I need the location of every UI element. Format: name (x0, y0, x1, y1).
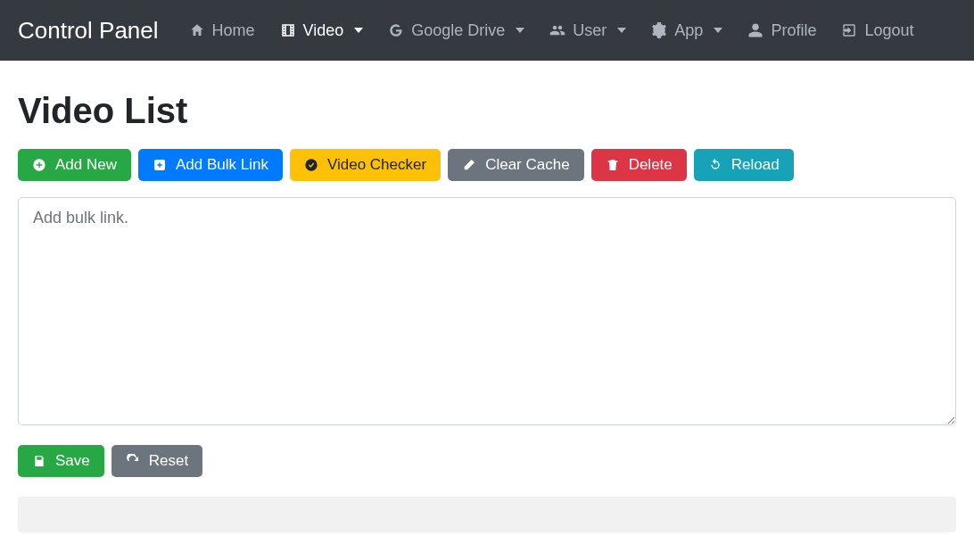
caret-down-icon (617, 28, 626, 33)
reset-button[interactable]: Reset (111, 445, 202, 477)
eraser-icon (462, 158, 476, 172)
nav-user[interactable]: User (539, 14, 637, 47)
brand[interactable]: Control Panel (18, 17, 159, 45)
sync-icon (708, 158, 722, 172)
nav-app-label: App (674, 21, 703, 40)
sign-out-icon (841, 22, 857, 38)
nav-profile-label: Profile (771, 21, 816, 40)
nav-home-label: Home (212, 21, 255, 40)
save-icon (32, 454, 46, 468)
add-new-label: Add New (55, 156, 117, 174)
bulk-link-input[interactable] (18, 197, 956, 425)
check-circle-icon (304, 158, 318, 172)
reload-button[interactable]: Reload (694, 149, 794, 181)
nav-gdrive-label: Google Drive (411, 21, 505, 40)
lower-toolbar: Save Reset (18, 445, 956, 477)
reset-label: Reset (149, 452, 188, 470)
video-checker-button[interactable]: Video Checker (290, 149, 441, 181)
user-icon (747, 22, 764, 38)
nav-profile[interactable]: Profile (737, 14, 827, 47)
google-g-icon (388, 22, 404, 38)
home-icon (189, 22, 205, 38)
nav-video-label: Video (303, 21, 344, 40)
delete-label: Delete (629, 156, 673, 174)
caret-down-icon (516, 28, 524, 33)
plus-square-icon (153, 158, 167, 172)
nav-home[interactable]: Home (178, 14, 266, 47)
caret-down-icon (354, 28, 363, 33)
video-checker-label: Video Checker (327, 156, 426, 174)
trash-icon (606, 158, 620, 172)
add-new-button[interactable]: Add New (18, 149, 131, 181)
nav-logout[interactable]: Logout (830, 14, 924, 47)
film-icon (280, 22, 296, 38)
cogs-icon (651, 22, 667, 38)
page-container: Video List Add New Add Bulk Link Video C… (0, 61, 974, 548)
caret-down-icon (714, 28, 722, 33)
save-button[interactable]: Save (18, 445, 104, 477)
nav-user-label: User (573, 21, 607, 40)
add-bulk-link-button[interactable]: Add Bulk Link (138, 149, 283, 181)
plus-circle-icon (32, 158, 46, 172)
results-card (18, 497, 956, 532)
nav-app[interactable]: App (640, 14, 733, 47)
page-title: Video List (18, 91, 956, 131)
add-bulk-label: Add Bulk Link (176, 156, 268, 174)
toolbar: Add New Add Bulk Link Video Checker Clea… (18, 149, 956, 181)
nav-logout-label: Logout (864, 21, 913, 40)
reload-label: Reload (731, 156, 780, 174)
navbar: Control Panel Home Video Google Drive Us… (0, 0, 974, 61)
nav-video[interactable]: Video (269, 14, 375, 47)
clear-cache-button[interactable]: Clear Cache (448, 149, 584, 181)
refresh-icon (126, 454, 140, 468)
users-icon (549, 22, 565, 38)
clear-cache-label: Clear Cache (485, 156, 570, 174)
nav-google-drive[interactable]: Google Drive (377, 14, 535, 47)
save-label: Save (55, 452, 90, 470)
delete-button[interactable]: Delete (591, 149, 687, 181)
svg-point-2 (305, 159, 317, 170)
